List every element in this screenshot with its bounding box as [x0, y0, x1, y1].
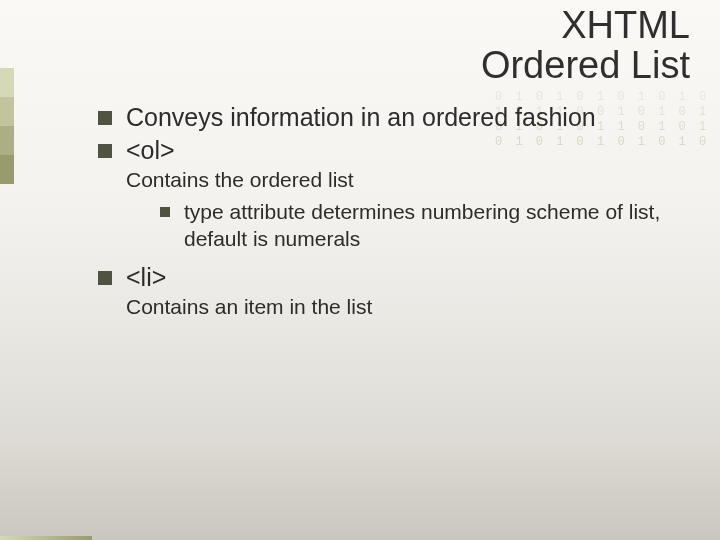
bullet-item: <li>: [98, 262, 700, 293]
slide: 0 1 0 1 0 1 0 1 0 1 0 1 1 0 1 1 0 0 1 0 …: [0, 0, 720, 540]
title-line-1: XHTML: [481, 6, 690, 46]
bullet-subtext: Contains the ordered list: [126, 167, 700, 193]
bullet-item: Conveys information in an ordered fashio…: [98, 102, 700, 133]
bullet-text: <ol>: [126, 135, 175, 166]
accent-stripe: [0, 155, 14, 184]
bullet-item: <ol>: [98, 135, 700, 166]
accent-stripe: [0, 97, 14, 126]
accent-stripe: [0, 126, 14, 155]
bullet-text: <li>: [126, 262, 166, 293]
square-bullet-icon: [98, 111, 112, 125]
sub-bullet-text: type attribute determines numbering sche…: [184, 199, 700, 252]
title-line-2: Ordered List: [481, 46, 690, 86]
square-bullet-icon: [160, 207, 170, 217]
square-bullet-icon: [98, 271, 112, 285]
bottom-left-accent: [0, 536, 92, 540]
sub-bullet-item: type attribute determines numbering sche…: [160, 199, 700, 252]
accent-stripe: [0, 68, 14, 97]
slide-title: XHTML Ordered List: [481, 6, 690, 86]
bullet-text: Conveys information in an ordered fashio…: [126, 102, 596, 133]
bullet-subtext: Contains an item in the list: [126, 294, 700, 320]
square-bullet-icon: [98, 144, 112, 158]
left-accent-tab: [0, 68, 14, 184]
slide-content: Conveys information in an ordered fashio…: [98, 102, 700, 327]
